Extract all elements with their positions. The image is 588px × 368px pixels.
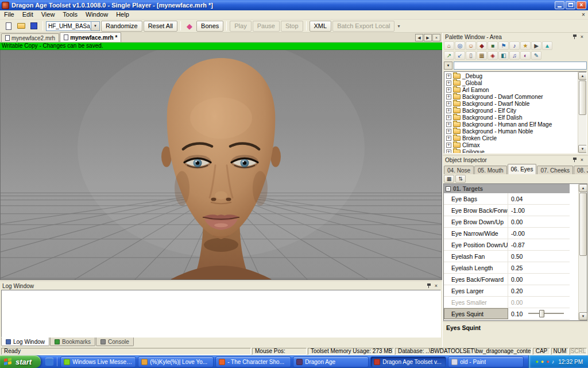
- xml-button[interactable]: XML: [310, 21, 332, 32]
- log-pin-icon[interactable]: [425, 282, 432, 289]
- document-icon[interactable]: ▯: [466, 51, 476, 60]
- area-palette-icon[interactable]: ⌂: [444, 41, 454, 50]
- tree-item[interactable]: +Background - Dwarf Noble: [444, 100, 578, 107]
- property-value[interactable]: 0.25: [508, 262, 570, 273]
- security-tray-icon[interactable]: ●: [546, 359, 549, 365]
- head-morph-combo[interactable]: HF_UHM_BASa_C ▼: [46, 21, 100, 31]
- item-icon[interactable]: ◆: [477, 41, 487, 50]
- property-name[interactable]: Eye Position Down/Up: [444, 239, 508, 250]
- expand-icon[interactable]: +: [446, 143, 451, 148]
- property-name[interactable]: Eye Narrow/Wide: [444, 228, 508, 239]
- expand-icon[interactable]: +: [446, 129, 451, 134]
- music-icon[interactable]: ♫: [509, 51, 520, 60]
- log-tab[interactable]: Console: [96, 338, 134, 346]
- import-icon[interactable]: ↙: [455, 51, 465, 60]
- property-group-header[interactable]: - 01. Targets: [444, 184, 570, 193]
- scrollbar-thumb[interactable]: [579, 80, 586, 115]
- tree-item[interactable]: +Background - Human Noble: [444, 128, 578, 135]
- document-tab[interactable]: mynewface2.mrh: [1, 33, 59, 42]
- update-tray-icon[interactable]: ●: [541, 359, 544, 365]
- pause-button[interactable]: Pause: [253, 21, 280, 32]
- property-name[interactable]: Eye Bags: [444, 193, 508, 204]
- camera-icon[interactable]: ▶: [531, 41, 541, 50]
- menu-window[interactable]: Window: [82, 10, 112, 19]
- expand-icon[interactable]: +: [446, 101, 451, 106]
- material-icon[interactable]: ◧: [498, 51, 509, 60]
- stop-button[interactable]: Stop: [281, 21, 303, 32]
- close-document-icon[interactable]: ×: [579, 10, 588, 19]
- inspector-close-icon[interactable]: ×: [578, 156, 586, 163]
- tab-scroll-right-icon[interactable]: ▶: [424, 34, 432, 41]
- placeable-icon[interactable]: ■: [488, 41, 498, 50]
- quick-launch-icon[interactable]: [45, 358, 53, 366]
- sound-icon[interactable]: ♪: [509, 41, 520, 50]
- expand-icon[interactable]: +: [446, 122, 451, 127]
- batch-export-button[interactable]: Batch Export Local: [332, 21, 394, 32]
- tab-scroll-left-icon[interactable]: ◀: [415, 34, 423, 41]
- property-value[interactable]: -0.87: [508, 239, 570, 250]
- tree-item[interactable]: +Arl Eamon: [444, 86, 578, 93]
- menu-file[interactable]: File: [0, 10, 18, 19]
- log-tab[interactable]: Log Window: [1, 338, 49, 346]
- expand-icon[interactable]: +: [446, 136, 451, 141]
- tree-item[interactable]: +_Debug: [444, 72, 578, 79]
- property-value[interactable]: 0.20: [508, 285, 570, 296]
- menu-view[interactable]: View: [37, 10, 59, 19]
- creature-icon[interactable]: ☺: [466, 41, 476, 50]
- taskbar-task[interactable]: (%)Kyle(%)| Love Yo...: [138, 356, 214, 367]
- open-file-icon-button[interactable]: [16, 21, 27, 31]
- expand-icon[interactable]: +: [446, 80, 451, 86]
- palette-close-icon[interactable]: ×: [578, 33, 586, 40]
- inspector-tab[interactable]: 04. Nose: [444, 166, 474, 174]
- movie-icon[interactable]: ◐: [520, 51, 531, 60]
- trigger-icon[interactable]: ▲: [542, 41, 552, 50]
- scrollbar-thumb[interactable]: [579, 193, 587, 256]
- scroll-down-icon[interactable]: ▼: [579, 312, 587, 320]
- property-value[interactable]: 0.00: [508, 274, 570, 285]
- document-tab[interactable]: mynewface.mrh *: [60, 32, 121, 42]
- categorized-view-icon[interactable]: ▦: [444, 175, 454, 183]
- messenger-tray-icon[interactable]: ●: [535, 359, 538, 365]
- tree-item[interactable]: +Background - Elf City: [444, 107, 578, 114]
- menu-edit[interactable]: Edit: [18, 10, 37, 19]
- play-button[interactable]: Play: [230, 21, 251, 32]
- start-button[interactable]: start: [0, 355, 41, 368]
- expand-icon[interactable]: +: [446, 150, 451, 154]
- property-name[interactable]: Eye Brow Down/Up: [444, 216, 508, 227]
- volume-tray-icon[interactable]: ♪: [552, 359, 555, 365]
- inspector-tab[interactable]: 07. Cheeks: [537, 166, 573, 174]
- property-name[interactable]: Eyes Squint: [444, 308, 508, 319]
- tree-item[interactable]: +Background - Dwarf Commoner: [444, 93, 578, 100]
- taskbar-task[interactable]: - The Character Sho...: [215, 356, 291, 367]
- tree-item[interactable]: +Background - Human and Elf Mage: [444, 121, 578, 128]
- collapse-icon[interactable]: -: [446, 186, 451, 191]
- tree-item[interactable]: +Epilogue: [444, 148, 578, 153]
- save-file-icon-button[interactable]: [28, 21, 40, 31]
- tree-item[interactable]: +Background - Elf Dalish: [444, 114, 578, 121]
- property-name[interactable]: Eyelash Length: [444, 262, 508, 273]
- taskbar-task[interactable]: Windows Live Messen...: [60, 356, 136, 367]
- combo-dropdown-icon[interactable]: ▼: [91, 22, 99, 30]
- expand-icon[interactable]: +: [446, 94, 451, 99]
- property-name[interactable]: Eyelash Fan: [444, 251, 508, 262]
- script-icon[interactable]: ✎: [531, 51, 541, 60]
- property-name[interactable]: Eyes Smaller: [444, 297, 508, 308]
- expand-icon[interactable]: +: [446, 108, 451, 113]
- taskbar-task[interactable]: Dragon Age Toolset v...: [370, 356, 446, 367]
- scroll-up-icon[interactable]: ▲: [578, 72, 587, 80]
- bones-button[interactable]: Bones: [196, 21, 223, 32]
- property-slider[interactable]: [528, 313, 564, 315]
- property-value[interactable]: 0.04: [508, 193, 570, 204]
- inspector-tab[interactable]: 06. Eyes: [508, 164, 537, 174]
- inspector-tab[interactable]: 08. Jaw: [574, 166, 588, 174]
- tree-item[interactable]: +_Global: [444, 79, 578, 86]
- property-value[interactable]: -1.00: [508, 205, 570, 216]
- export-icon[interactable]: ↗: [444, 51, 454, 60]
- slider-thumb[interactable]: [539, 310, 544, 317]
- scroll-up-icon[interactable]: ▲: [579, 184, 587, 192]
- tree-item[interactable]: +Broken Circle: [444, 135, 578, 141]
- property-value[interactable]: 0.50: [508, 251, 570, 262]
- randomize-button[interactable]: Randomize: [101, 21, 142, 32]
- property-grid-scrollbar[interactable]: ▲ ▼: [578, 184, 587, 320]
- close-button[interactable]: ×: [577, 1, 586, 9]
